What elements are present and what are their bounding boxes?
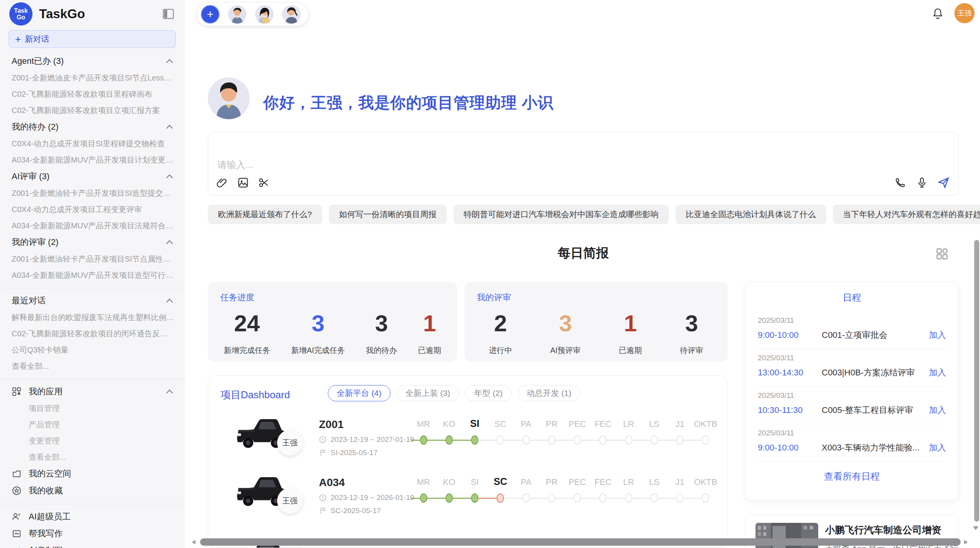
milestone-label: PA [521,473,531,487]
tab-new-platform[interactable]: 全新平台 (4) [328,385,391,401]
sidebar-task-item[interactable]: Z001-全新燃油轻卡产品开发项目SI造型提交物评审 [0,185,184,201]
sidebar-task-item[interactable]: C02-飞腾新能源轻客改款项目里程碑画布 [0,86,184,102]
notification-bell-icon[interactable] [932,7,944,19]
sidebar-task-item[interactable]: A034-全新新能源MUV产品开发项目造型可行性评审 [0,267,184,283]
recent-chat-item[interactable]: 解释最新出台的欧盟报废车法规再生塑料比例被调至15%... [0,309,184,325]
agent-avatar-1[interactable] [228,5,247,24]
milestone-label: KO [443,415,455,429]
chevron-up-icon [166,240,173,245]
project-dashboard-card: 项目Dashboard 全新平台 (4) 全新上装 (3) 年型 (2) 动总开… [208,375,728,548]
attachment-icon[interactable] [216,176,228,189]
milestone-label: J1 [675,473,684,487]
horizontal-scrollbar[interactable] [190,538,980,546]
add-agent-button[interactable]: + [201,5,219,24]
user-avatar[interactable]: 王强 [954,3,975,23]
milestone-dot [497,493,504,503]
join-link[interactable]: 加入 [929,367,946,378]
milestone-label: SC [494,473,507,487]
app-item[interactable]: 项目管理 [0,400,184,416]
milestone-dot [420,493,427,503]
view-all-schedule-link[interactable]: 查看所有日程 [758,462,946,491]
app-item[interactable]: 变更管理 [0,433,184,449]
recent-view-all-link[interactable]: 查看全部... [0,358,184,374]
task-progress-card: 任务进度 24新增完成任务 3新增AI完成任务 3我的待办 1已逾期 [208,282,457,362]
new-chat-button[interactable]: + 新对话 [9,30,176,48]
message-composer[interactable]: 请输入... [208,132,959,195]
phone-call-icon[interactable] [894,176,906,189]
sidebar-item-favorites[interactable]: 我的收藏 [0,482,184,499]
scroll-right-arrow[interactable] [964,540,968,545]
scroll-down-arrow[interactable] [973,526,978,530]
daily-briefing-title: 每日简报 [208,245,959,262]
sidebar-task-item[interactable]: A034-全新新能源MUV产品开发项目计划变更表编写 [0,152,184,168]
section-header-recent-chats[interactable]: 最近对话 [0,292,184,309]
clock-icon [319,494,327,502]
flag-icon [319,449,327,457]
schedule-event: 2025/03/11 9:00-10:00C001-立项审批会加入 [758,312,946,349]
sidebar-task-item[interactable]: Z001-全新燃油轻卡产品开发项目SI节点属性5D文件评审 [0,251,184,267]
sidebar-task-item[interactable]: C0X4-动力总成开发项目SI里程碑提交物检查 [0,135,184,152]
sidebar-task-item[interactable]: Z001-全新燃油皮卡产品开发项目SI节点Lesson Learn报告 [0,70,184,86]
suggestion-chip[interactable]: 当下年轻人对汽车外观有怎样的喜好趋势 [833,205,980,224]
milestone-label: LS [649,473,660,487]
horizontal-scrollbar-thumb[interactable] [200,538,961,546]
stat-ai-prereview: 3AI预评审 [550,312,581,356]
composer-placeholder: 请输入... [218,159,253,171]
milestone-dot [702,493,709,503]
sidebar-item-my-apps[interactable]: 我的应用 [0,383,184,400]
project-owner-badge: 王强 [277,488,303,514]
milestone-label: SI [470,415,480,429]
event-name: X003-车辆动力学性能验... [822,442,929,454]
apps-view-all-link[interactable]: 查看全部... [0,449,184,465]
schedule-event: 2025/03/11 9:00-10:00X003-车辆动力学性能验...加入 [758,424,946,462]
divider [0,379,184,379]
sidebar-item-creative-draw[interactable]: 创意制图 [0,542,184,548]
sidebar-task-item[interactable]: A034-全新新能源MUV产品开发项目法规符合性评审 [0,217,184,234]
image-upload-icon[interactable] [237,176,249,189]
recent-chat-item[interactable]: C02-飞腾新能源轻客改款项目的闭环通告反馈情况 [0,325,184,342]
sidebar-header: Task Go TaskGo [0,0,184,28]
milestone-label: PR [546,473,558,487]
milestone-label: PEC [569,473,586,487]
vertical-scrollbar[interactable] [974,240,979,522]
join-link[interactable]: 加入 [929,404,946,416]
sidebar-item-help-write[interactable]: 帮我写作 [0,525,184,542]
scroll-left-arrow[interactable] [192,540,195,545]
section-header-agent-done[interactable]: Agent已办 (3) [0,53,184,70]
layout-grid-icon[interactable] [935,247,949,261]
section-header-my-todo[interactable]: 我的待办 (2) [0,118,184,135]
scissors-icon[interactable] [258,176,270,189]
agent-avatar-3[interactable] [282,5,301,24]
join-link[interactable]: 加入 [929,442,946,454]
agent-avatar-2[interactable] [255,5,274,24]
milestone-dot [574,493,581,503]
stat-pending-review: 3待评审 [680,312,703,356]
suggestion-chip[interactable]: 欧洲新规最近颁布了什么? [208,205,322,224]
sidebar-collapse-icon[interactable] [162,8,175,20]
suggestion-chip[interactable]: 特朗普可能对进口汽车增税会对中国车企造成哪些影响 [454,205,669,224]
section-header-my-review[interactable]: 我的评审 (2) [0,234,184,251]
sidebar-task-item[interactable]: C0X4-动力总成开发项目工程变更评审 [0,201,184,217]
app-item[interactable]: 产品管理 [0,416,184,433]
join-link[interactable]: 加入 [929,329,946,341]
tab-year-model[interactable]: 年型 (2) [465,385,512,401]
project-date-range: 2023-12-19 ~ 2027-01-19 [331,435,414,444]
send-icon[interactable] [937,176,950,189]
microphone-icon[interactable] [916,176,928,189]
sidebar-item-cloud-space[interactable]: 我的云空间 [0,465,184,482]
suggestion-chip[interactable]: 如何写一份清晰的项目周报 [329,205,447,224]
cloud-folder-icon [12,469,22,479]
milestone-dot [420,435,427,445]
event-time: 13:00-14:30 [758,368,822,378]
tab-powertrain[interactable]: 动总开发 (1) [518,385,581,401]
sidebar-item-ai-employees[interactable]: AI超级员工 [0,508,184,525]
suggestion-chip[interactable]: 比亚迪全固态电池计划具体说了什么 [676,205,826,224]
tab-new-body[interactable]: 全新上装 (3) [397,385,459,401]
section-header-ai-review[interactable]: AI评审 (3) [0,168,184,185]
milestone-dot [523,493,530,503]
sidebar-task-item[interactable]: C02-飞腾新能源轻客改款项目立项汇报方案 [0,102,184,118]
recent-chat-item[interactable]: 公司Q3轻卡销量 [0,342,184,358]
schedule-card: 日程 2025/03/11 9:00-10:00C001-立项审批会加入 202… [745,282,959,501]
project-date-range: 2023-12-19 ~ 2026-01-19 [331,493,414,502]
chevron-up-icon [166,125,173,129]
